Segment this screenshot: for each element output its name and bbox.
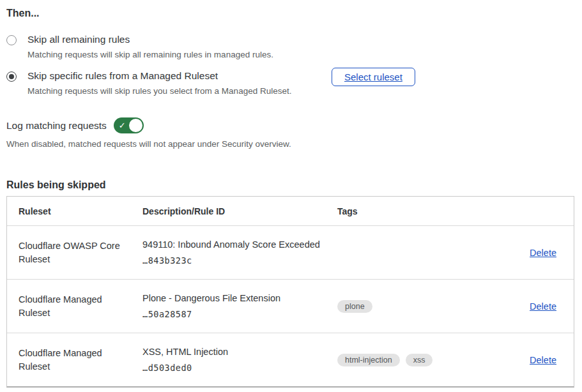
actions-cell: Delete: [505, 247, 562, 259]
table-row: Cloudflare Managed Ruleset Plone - Dange…: [7, 279, 574, 333]
ruleset-name: Cloudflare OWASP Core Ruleset: [19, 239, 126, 266]
page: Then... Skip all remaining rules Matchin…: [0, 0, 582, 388]
delete-link[interactable]: Delete: [530, 248, 556, 258]
table-header-row: Ruleset Description/Rule ID Tags: [7, 197, 574, 225]
option-text: Skip all remaining rules Matching reques…: [27, 33, 273, 60]
actions-cell: Delete: [505, 301, 562, 312]
tag-pill: plone: [337, 300, 372, 313]
select-ruleset-button[interactable]: Select ruleset: [332, 68, 415, 86]
column-header-description: Description/Rule ID: [142, 206, 337, 216]
option-skip-all-rules: Skip all remaining rules Matching reques…: [6, 33, 582, 60]
log-matching-requests-toggle[interactable]: ✓: [114, 117, 144, 133]
option-label: Skip all remaining rules: [27, 33, 273, 46]
log-matching-requests-label: Log matching requests: [6, 119, 107, 132]
tag-pill: xss: [406, 354, 433, 366]
rule-id: …d503ded0: [142, 363, 337, 373]
rule-description: Plone - Dangerous File Extension: [142, 293, 337, 304]
rule-id: …50a28587: [142, 309, 337, 319]
radio-skip-all-rules[interactable]: [6, 35, 17, 45]
ruleset-name: Cloudflare Managed Ruleset: [19, 293, 126, 320]
tag-pill: html-injection: [337, 354, 400, 366]
option-label: Skip specific rules from a Managed Rules…: [27, 70, 291, 82]
log-matching-requests-description: When disabled, matched requests will not…: [6, 139, 582, 149]
column-header-ruleset: Ruleset: [19, 206, 142, 216]
select-ruleset-button-label: Select ruleset: [344, 72, 402, 82]
tags-cell: html-injection xss: [337, 354, 505, 366]
option-description: Matching requests will skip all remainin…: [27, 49, 273, 60]
rules-being-skipped-title: Rules being skipped: [6, 179, 582, 191]
then-section-title: Then...: [6, 7, 582, 19]
column-header-tags: Tags: [337, 206, 505, 216]
rules-table: Ruleset Description/Rule ID Tags Cloudfl…: [6, 196, 574, 388]
actions-cell: Delete: [505, 354, 562, 366]
tags-cell: plone: [337, 300, 505, 313]
rule-id: …843b323c: [142, 255, 337, 266]
log-matching-requests-row: Log matching requests ✓: [6, 117, 582, 133]
radio-skip-specific-rules[interactable]: [6, 72, 17, 82]
action-options: Skip all remaining rules Matching reques…: [6, 33, 582, 96]
toggle-knob: [129, 119, 142, 132]
table-row: Cloudflare Managed Ruleset XSS, HTML Inj…: [7, 333, 574, 386]
option-description: Matching requests will skip rules you se…: [27, 86, 291, 96]
rule-description: XSS, HTML Injection: [142, 347, 337, 358]
table-row: Cloudflare OWASP Core Ruleset 949110: In…: [7, 225, 574, 279]
rule-description-cell: Plone - Dangerous File Extension …50a285…: [142, 293, 337, 319]
rule-description-cell: XSS, HTML Injection …d503ded0: [142, 347, 337, 373]
ruleset-name: Cloudflare Managed Ruleset: [19, 347, 126, 373]
option-skip-specific-rules: Skip specific rules from a Managed Rules…: [6, 70, 582, 96]
rule-description: 949110: Inbound Anomaly Score Exceeded: [142, 239, 337, 250]
option-text: Skip specific rules from a Managed Rules…: [27, 70, 291, 96]
check-icon: ✓: [119, 120, 126, 131]
delete-link[interactable]: Delete: [530, 301, 556, 312]
rule-description-cell: 949110: Inbound Anomaly Score Exceeded ……: [142, 239, 337, 266]
delete-link[interactable]: Delete: [530, 355, 556, 365]
